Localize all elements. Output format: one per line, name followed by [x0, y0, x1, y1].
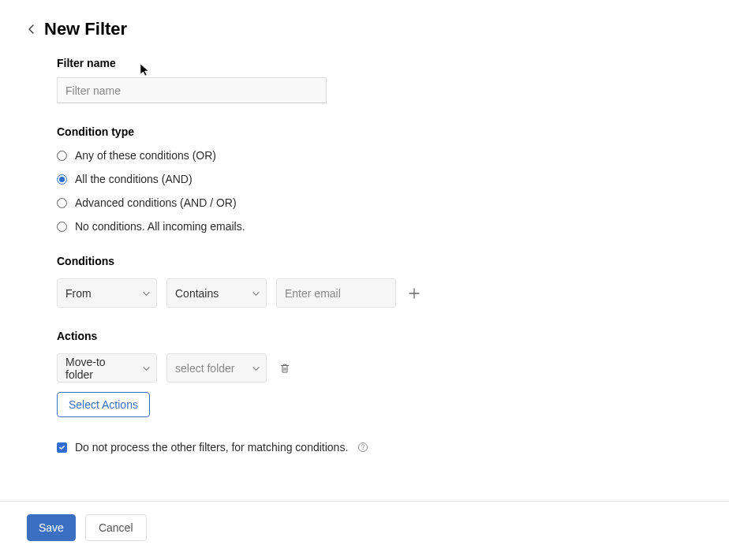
select-value: Contains: [175, 287, 219, 300]
checkbox-label: Do not process the other filters, for ma…: [75, 441, 348, 454]
radio-option-or[interactable]: Any of these conditions (OR): [57, 149, 704, 162]
condition-field-select[interactable]: From: [57, 278, 157, 308]
page-header: New Filter: [25, 19, 704, 39]
radio-option-none[interactable]: No conditions. All incoming emails.: [57, 220, 704, 233]
condition-operator-select[interactable]: Contains: [166, 278, 267, 308]
help-icon[interactable]: [357, 442, 368, 453]
page-title: New Filter: [44, 19, 127, 39]
condition-type-label: Condition type: [57, 125, 704, 138]
stop-processing-checkbox-row[interactable]: Do not process the other filters, for ma…: [57, 441, 704, 454]
filter-name-input[interactable]: [57, 77, 327, 103]
back-icon[interactable]: [25, 23, 38, 35]
filter-name-label: Filter name: [57, 57, 704, 69]
radio-option-advanced[interactable]: Advanced conditions (AND / OR): [57, 196, 704, 209]
select-value: select folder: [175, 362, 234, 375]
action-row: Move-to folder select folder: [57, 353, 704, 383]
checkbox-icon: [57, 442, 67, 453]
select-value: Move-to folder: [65, 356, 134, 381]
footer: Save Cancel: [0, 501, 729, 560]
condition-row: From Contains: [57, 278, 704, 308]
chevron-down-icon: [252, 362, 260, 375]
condition-value-input[interactable]: [276, 278, 396, 308]
radio-label: Any of these conditions (OR): [75, 149, 216, 162]
chevron-down-icon: [143, 362, 150, 375]
radio-option-and[interactable]: All the conditions (AND): [57, 173, 704, 185]
radio-icon: [57, 174, 67, 185]
chevron-down-icon: [252, 287, 260, 300]
conditions-label: Conditions: [57, 255, 704, 267]
radio-label: No conditions. All incoming emails.: [75, 220, 245, 233]
cancel-button[interactable]: Cancel: [85, 514, 147, 541]
select-value: From: [65, 287, 92, 300]
select-actions-button[interactable]: Select Actions: [57, 392, 150, 417]
save-button[interactable]: Save: [27, 514, 76, 541]
radio-label: Advanced conditions (AND / OR): [75, 196, 237, 209]
action-target-select[interactable]: select folder: [166, 353, 267, 383]
radio-icon: [57, 151, 67, 161]
radio-icon: [57, 198, 67, 208]
action-type-select[interactable]: Move-to folder: [57, 353, 157, 383]
delete-action-button[interactable]: [276, 360, 293, 377]
actions-label: Actions: [57, 330, 704, 342]
radio-icon: [57, 222, 67, 232]
chevron-down-icon: [143, 287, 150, 300]
add-condition-button[interactable]: [406, 285, 423, 302]
condition-type-radio-group: Any of these conditions (OR) All the con…: [57, 149, 704, 233]
radio-label: All the conditions (AND): [75, 173, 193, 185]
